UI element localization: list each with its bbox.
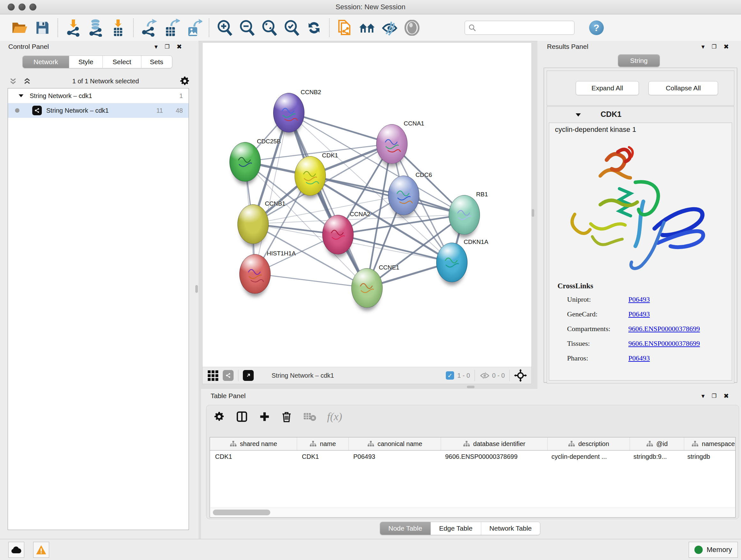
panel-close-icon[interactable]: ✖ [724, 43, 729, 51]
node-CDK1[interactable] [294, 156, 326, 196]
node-CDC6[interactable] [388, 176, 419, 215]
control-network-splitter[interactable] [195, 285, 198, 293]
edge-HIST1H1A-CCNE1[interactable] [255, 273, 367, 288]
import-table-file-button[interactable] [109, 18, 127, 37]
table-cell[interactable]: CDK1 [297, 450, 348, 464]
fit-content-crosshair-icon[interactable] [514, 369, 527, 382]
collapse-all-button[interactable]: Collapse All [649, 81, 718, 95]
panel-close-icon[interactable]: ✖ [724, 392, 729, 400]
network-table-splitter[interactable] [467, 386, 475, 388]
refresh-view-button[interactable] [305, 18, 323, 37]
export-image-button[interactable] [185, 18, 203, 37]
column-header-shared-name[interactable]: shared name [210, 437, 297, 450]
network-row[interactable]: String Network – cdk1 11 48 [8, 103, 189, 118]
network-canvas[interactable]: CCNB2CCNA1CDC25BCDK1CDC6RB1CCNB1CCNA2CDK… [202, 43, 532, 368]
table-cell[interactable]: 9606.ENSP00000378699 [440, 450, 546, 464]
panel-float-icon[interactable]: ❐ [165, 44, 170, 50]
level-of-detail-button[interactable] [403, 18, 421, 37]
open-session-button[interactable] [11, 18, 29, 37]
tree-expand-icon[interactable] [17, 92, 24, 99]
node-CDKN1A[interactable] [436, 243, 468, 282]
grid-view-icon[interactable] [208, 370, 218, 381]
network-options-gear-icon[interactable] [179, 76, 190, 86]
network-results-splitter[interactable] [532, 209, 534, 217]
warnings-button[interactable] [33, 542, 49, 558]
birds-eye-view-icon[interactable] [243, 370, 254, 381]
search-input[interactable] [476, 23, 567, 32]
cloud-status-button[interactable] [8, 542, 24, 558]
zoom-in-button[interactable] [215, 18, 234, 37]
panel-float-icon[interactable]: ❐ [712, 44, 717, 50]
node-HIST1H1A[interactable] [239, 254, 271, 294]
column-tree-icon [568, 441, 575, 447]
crosslink-value-link[interactable]: P06493 [628, 295, 650, 304]
node-CCNA1[interactable] [376, 124, 408, 164]
string-home-button[interactable] [358, 18, 377, 37]
column-header-database-identifier[interactable]: database identifier [441, 437, 548, 450]
panel-close-icon[interactable]: ✖ [177, 43, 182, 51]
tab-network-table[interactable]: Network Table [481, 522, 540, 535]
import-network-file-button[interactable] [64, 18, 83, 37]
tab-style[interactable]: Style [69, 56, 103, 68]
tab-sets[interactable]: Sets [141, 56, 172, 68]
edge-CCNB2-CCNE1[interactable] [288, 112, 367, 288]
node-CCNA2[interactable] [322, 215, 354, 254]
add-column-icon[interactable] [259, 411, 270, 422]
table-hscrollbar[interactable] [210, 508, 735, 517]
zoom-selected-button[interactable] [282, 18, 301, 37]
node-RB1[interactable] [449, 195, 480, 235]
table-row[interactable]: CDK1CDK1P064939606.ENSP00000378699cyclin… [210, 450, 735, 464]
open-in-cytoscape-web-button[interactable] [336, 18, 354, 37]
tab-edge-table[interactable]: Edge Table [431, 522, 481, 535]
column-header-description[interactable]: description [548, 437, 630, 450]
scrollbar-thumb[interactable] [213, 509, 270, 515]
network-collection-row[interactable]: String Network – cdk1 1 [8, 88, 189, 103]
toolbar-search[interactable] [465, 21, 575, 35]
node-CCNE1[interactable] [351, 268, 383, 308]
crosslink-value-link[interactable]: P06493 [628, 310, 650, 318]
expand-all-networks-icon[interactable] [22, 76, 32, 86]
share-view-icon[interactable] [223, 370, 233, 381]
zoom-fit-button[interactable] [260, 18, 279, 37]
edge-CCNB2-HIST1H1A[interactable] [255, 112, 288, 273]
column-header-canonical-name[interactable]: canonical name [349, 437, 441, 450]
crosslink-value-link[interactable]: P06493 [628, 354, 650, 362]
tab-select[interactable]: Select [103, 56, 141, 68]
table-cell[interactable]: CDK1 [210, 450, 297, 464]
column-header--id[interactable]: @id [630, 437, 684, 450]
expand-all-button[interactable]: Expand All [576, 81, 639, 95]
tab-network[interactable]: Network [23, 56, 69, 68]
column-tree-icon [367, 441, 374, 447]
node-CDC25B[interactable] [229, 142, 261, 182]
zoom-out-button[interactable] [238, 18, 256, 37]
table-cell[interactable]: stringdb:9... [628, 450, 682, 464]
export-table-button[interactable] [162, 18, 181, 37]
node-CCNB1[interactable] [238, 204, 269, 244]
column-header-name[interactable]: name [297, 437, 349, 450]
protein-collapse-icon[interactable] [575, 111, 582, 119]
delete-column-icon[interactable] [281, 411, 292, 423]
table-cell[interactable]: cyclin-dependent ... [546, 450, 628, 464]
selected-checkbox-icon[interactable]: ✓ [446, 371, 454, 380]
help-button[interactable]: ? [589, 20, 604, 35]
show-hide-graphics-button[interactable] [381, 18, 399, 37]
table-cell[interactable]: P06493 [348, 450, 440, 464]
collapse-all-networks-icon[interactable] [8, 76, 18, 86]
table-cell[interactable]: stringdb [682, 450, 736, 464]
panel-menu-icon[interactable]: ▾ [701, 43, 704, 51]
crosslink-value-link[interactable]: 9606.ENSP00000378699 [628, 325, 700, 333]
node-CCNB2[interactable] [273, 93, 305, 132]
panel-menu-icon[interactable]: ▾ [154, 43, 158, 51]
memory-button[interactable]: Memory [689, 542, 738, 558]
tab-string[interactable]: String [618, 55, 660, 67]
export-network-button[interactable] [140, 18, 158, 37]
import-network-database-button[interactable] [86, 18, 105, 37]
panel-menu-icon[interactable]: ▾ [701, 392, 704, 400]
crosslink-value-link[interactable]: 9606.ENSP00000378699 [628, 339, 700, 348]
column-header-namespace[interactable]: namespace [684, 437, 736, 450]
tab-node-table[interactable]: Node Table [380, 522, 431, 535]
save-session-button[interactable] [33, 18, 52, 37]
table-gear-icon[interactable] [213, 411, 225, 422]
panel-float-icon[interactable]: ❐ [712, 393, 717, 399]
select-columns-icon[interactable] [236, 411, 248, 423]
